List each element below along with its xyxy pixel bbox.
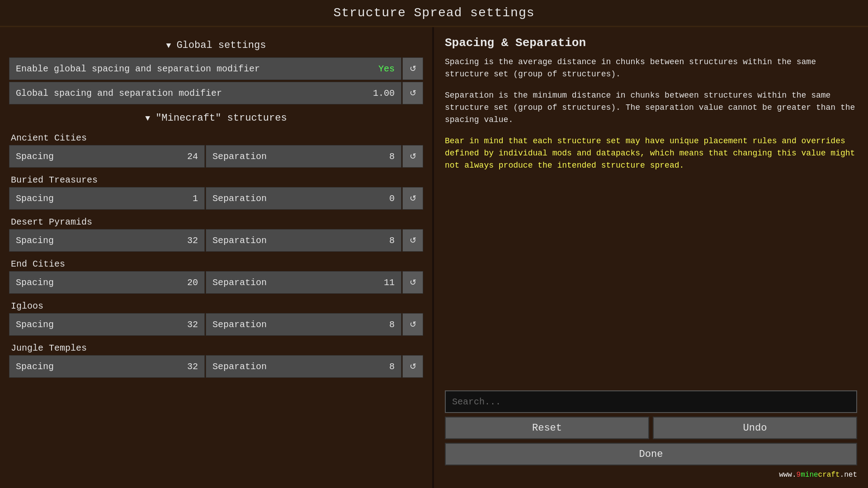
global-modifier-label: Global spacing and separation modifier xyxy=(16,88,222,99)
page-title: Structure Spread settings xyxy=(333,6,534,20)
global-modifier-reset-button[interactable]: ↺ xyxy=(402,82,423,104)
separation-field-4[interactable]: Separation8 xyxy=(206,313,401,336)
done-button[interactable]: Done xyxy=(445,443,857,465)
global-enable-reset-button[interactable]: ↺ xyxy=(402,57,423,80)
structure-group-0: Ancient CitiesSpacing24Separation8↺ xyxy=(0,130,432,172)
info-title: Spacing & Separation xyxy=(445,36,857,50)
separation-field-1[interactable]: Separation0 xyxy=(206,187,401,210)
settings-row-1: Spacing1Separation0↺ xyxy=(9,187,423,210)
structure-group-1: Buried TreasuresSpacing1Separation0↺ xyxy=(0,172,432,214)
separation-field-5[interactable]: Separation8 xyxy=(206,355,401,378)
info-warning: Bear in mind that each structure set may… xyxy=(445,135,857,172)
global-collapse-icon[interactable]: ▼ xyxy=(166,41,171,50)
settings-row-2: Spacing32Separation8↺ xyxy=(9,229,423,252)
spacing-field-4[interactable]: Spacing32 xyxy=(9,313,205,336)
structure-name-5: Jungle Temples xyxy=(9,343,423,353)
info-text-separation: Separation is the minimum distance in ch… xyxy=(445,89,857,126)
structure-group-5: Jungle TemplesSpacing32Separation8↺ xyxy=(0,340,432,382)
search-input[interactable] xyxy=(445,390,857,413)
global-modifier-field[interactable]: Global spacing and separation modifier 1… xyxy=(9,82,401,104)
global-settings-label: Global settings xyxy=(176,40,266,51)
global-enable-row: Enable global spacing and separation mod… xyxy=(9,57,423,80)
structure-name-3: End Cities xyxy=(9,259,423,269)
structure-reset-button-2[interactable]: ↺ xyxy=(402,229,423,252)
global-enable-label: Enable global spacing and separation mod… xyxy=(16,64,260,74)
structures-list: Ancient CitiesSpacing24Separation8↺Burie… xyxy=(0,130,432,382)
minecraft-collapse-icon[interactable]: ▼ xyxy=(145,114,150,123)
global-enable-field[interactable]: Enable global spacing and separation mod… xyxy=(9,57,401,80)
reset-button[interactable]: Reset xyxy=(445,417,649,439)
settings-row-3: Spacing20Separation11↺ xyxy=(9,271,423,294)
structure-reset-button-4[interactable]: ↺ xyxy=(402,313,423,336)
separation-field-0[interactable]: Separation8 xyxy=(206,145,401,168)
undo-button[interactable]: Undo xyxy=(653,417,857,439)
info-text-spacing: Spacing is the average distance in chunk… xyxy=(445,56,857,80)
separation-field-3[interactable]: Separation11 xyxy=(206,271,401,294)
title-bar: Structure Spread settings xyxy=(0,0,868,27)
right-panel: Spacing & Separation Spacing is the aver… xyxy=(434,27,868,488)
structure-group-4: IgloosSpacing32Separation8↺ xyxy=(0,298,432,340)
minecraft-section-header: ▼ "Minecraft" structures xyxy=(0,108,432,128)
spacing-field-2[interactable]: Spacing32 xyxy=(9,229,205,252)
settings-row-5: Spacing32Separation8↺ xyxy=(9,355,423,378)
left-panel: ▼ Global settings Enable global spacing … xyxy=(0,27,434,488)
structure-name-2: Desert Pyramids xyxy=(9,217,423,227)
structure-reset-button-3[interactable]: ↺ xyxy=(402,271,423,294)
separation-field-2[interactable]: Separation8 xyxy=(206,229,401,252)
reset-undo-row: Reset Undo xyxy=(445,417,857,439)
global-enable-value: Yes xyxy=(378,64,395,74)
structure-reset-button-0[interactable]: ↺ xyxy=(402,145,423,168)
structure-group-3: End CitiesSpacing20Separation11↺ xyxy=(0,256,432,298)
global-modifier-value: 1.00 xyxy=(373,88,395,99)
spacing-field-1[interactable]: Spacing1 xyxy=(9,187,205,210)
structure-name-4: Igloos xyxy=(9,301,423,311)
minecraft-section-label: "Minecraft" structures xyxy=(156,113,287,124)
global-settings-header: ▼ Global settings xyxy=(0,35,432,56)
spacing-field-5[interactable]: Spacing32 xyxy=(9,355,205,378)
global-modifier-row: Global spacing and separation modifier 1… xyxy=(9,82,423,104)
spacing-field-0[interactable]: Spacing24 xyxy=(9,145,205,168)
structure-reset-button-5[interactable]: ↺ xyxy=(402,355,423,378)
structure-name-1: Buried Treasures xyxy=(9,175,423,185)
settings-row-0: Spacing24Separation8↺ xyxy=(9,145,423,168)
structure-reset-button-1[interactable]: ↺ xyxy=(402,187,423,210)
structure-name-0: Ancient Cities xyxy=(9,133,423,143)
main-content: ▼ Global settings Enable global spacing … xyxy=(0,27,868,488)
structure-group-2: Desert PyramidsSpacing32Separation8↺ xyxy=(0,214,432,256)
spacing-field-3[interactable]: Spacing20 xyxy=(9,271,205,294)
settings-row-4: Spacing32Separation8↺ xyxy=(9,313,423,336)
watermark: www.9minecraft.net xyxy=(445,471,857,479)
right-bottom-controls: Reset Undo Done www.9minecraft.net xyxy=(445,390,857,479)
